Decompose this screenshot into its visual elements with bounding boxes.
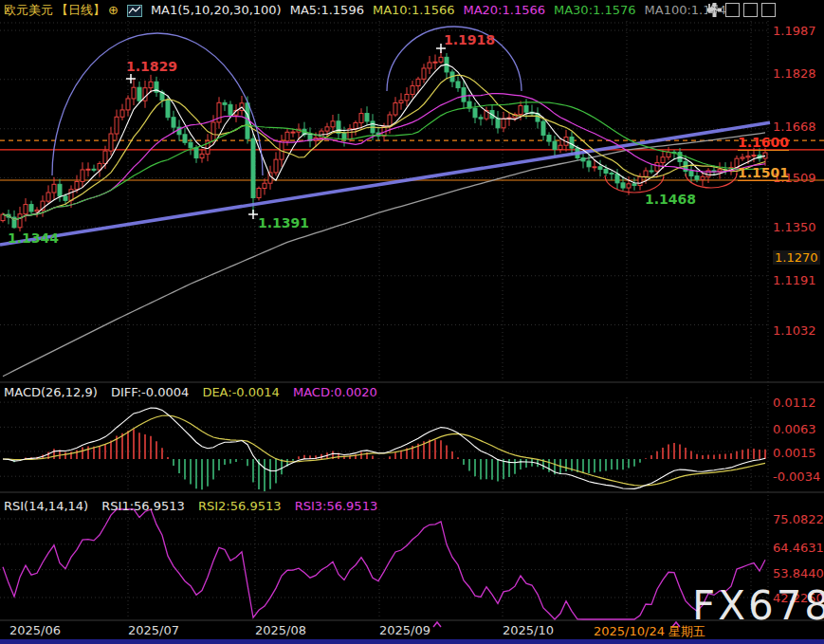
ma30-value: MA30:1.1576 [554,0,636,21]
macd-tick: 0.0112 [773,396,816,410]
chart-type-icon[interactable] [127,5,142,17]
rsi-tick: 64.4631 [773,541,824,555]
date-label: 2025/09 [379,623,430,637]
hline-label-1-1600[interactable]: 1.1600 [738,135,789,151]
macd-macd-value: MACD:0.0020 [293,385,377,399]
macd-tick: 0.0063 [773,422,816,436]
period-label[interactable]: 【日线】 [56,0,105,21]
price-chart-canvas[interactable] [0,0,824,644]
rsi-params[interactable]: RSI(14,14,14) [4,499,88,513]
rsi-tick: 75.0822 [773,512,824,526]
price-tick: 1.1668 [773,120,816,134]
annotation-high-1: 1.1829 [126,59,177,74]
price-tick: 1.1828 [773,66,816,81]
macd-diff-value: DIFF:-0.0004 [111,385,189,399]
hline-label-1-1501[interactable]: 1.1501 [738,165,789,181]
price-tick: 1.1032 [773,323,816,338]
annotation-low-1: 1.1344 [8,230,59,246]
date-label: 2025/07 [128,623,179,637]
ma10-value: MA10:1.1566 [373,0,455,21]
macd-tick: -0.0034 [773,469,820,484]
price-tick: 1.1191 [773,273,816,287]
annotation-low-2: 1.1391 [258,215,309,230]
ma20-value: MA20:1.1566 [463,0,545,21]
x-axis-zoom-icon[interactable] [743,3,758,17]
date-label-highlight: 2025/10/24 星期五 [594,623,705,640]
chart-header: 欧元美元 【日线】 ⊕ MA1(5,10,20,30,100) MA5:1.15… [0,0,824,21]
date-label: 2025/10 [503,623,554,637]
reset-view-icon[interactable] [761,3,776,17]
rsi1-value: RSI1:56.9513 [101,499,185,513]
bottom-scrollbar[interactable] [0,639,824,644]
chart-toolbar [707,3,776,17]
macd-params[interactable]: MACD(26,12,9) [4,385,98,399]
rsi3-value: RSI3:56.9513 [295,499,378,513]
date-label: 2025/08 [255,623,306,637]
price-tick: 1.1987 [773,24,816,38]
date-label: 2025/06 [9,623,61,637]
watermark: FX678 [692,582,824,629]
annotation-high-2: 1.1918 [444,32,495,47]
symbol-title[interactable]: 欧元美元 [4,0,53,21]
macd-dea-value: DEA:-0.0014 [202,385,279,399]
expand-icon[interactable]: ⊕ [108,0,119,21]
rsi2-value: RSI2:56.9513 [198,499,282,513]
ma-params-label: MA1(5,10,20,30,100) [151,0,282,21]
price-tick: 1.1350 [773,220,816,234]
y-axis-zoom-icon[interactable] [725,3,740,17]
trading-app-window: 欧元美元 【日线】 ⊕ MA1(5,10,20,30,100) MA5:1.15… [0,0,824,644]
macd-tick: 0.0015 [773,446,816,460]
rsi-header: RSI(14,14,14) RSI1:56.9513 RSI2:56.9513 … [4,499,387,513]
rsi-tick: 53.8440 [773,566,824,580]
macd-header: MACD(26,12,9) DIFF:-0.0004 DEA:-0.0014 M… [4,385,387,399]
annotation-low-3: 1.1468 [645,192,696,207]
ma5-value: MA5:1.1596 [290,0,364,21]
price-axis-highlight: 1.1270 [773,250,820,265]
